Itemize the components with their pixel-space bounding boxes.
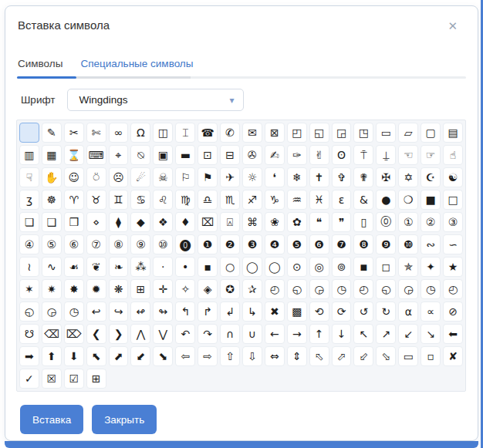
symbol-cell[interactable]: ⌘	[242, 212, 262, 232]
symbol-cell[interactable]: ▱	[398, 123, 418, 143]
symbol-cell[interactable]: ❿	[398, 234, 418, 254]
symbol-cell[interactable]: ↑	[309, 324, 329, 344]
symbol-cell[interactable]: ◷	[64, 301, 84, 322]
symbol-cell[interactable]: →	[287, 324, 307, 344]
symbol-cell[interactable]: ⬃	[353, 346, 373, 366]
symbol-cell[interactable]: ♉	[86, 190, 106, 210]
symbol-cell[interactable]: ↲	[220, 301, 240, 322]
symbol-cell[interactable]: ◻	[376, 257, 396, 277]
symbol-cell[interactable]: ①	[398, 212, 418, 232]
symbol-cell[interactable]: ☺	[64, 167, 84, 187]
symbol-cell[interactable]: ⇨	[198, 346, 218, 366]
symbol-cell[interactable]: ◴	[353, 279, 373, 299]
symbol-cell[interactable]: ◾	[353, 257, 373, 277]
symbol-cell[interactable]: ↗	[376, 324, 396, 344]
symbol-cell[interactable]: ʒ	[19, 190, 39, 210]
symbol-cell[interactable]: ♑	[265, 190, 285, 210]
symbol-cell[interactable]: ✷	[42, 279, 62, 299]
symbol-cell[interactable]: ↙	[398, 324, 418, 344]
symbol-cell[interactable]: ⬉	[86, 346, 106, 366]
symbol-cell[interactable]: ◲	[332, 123, 352, 143]
symbol-cell[interactable]: ▦	[42, 145, 62, 165]
symbol-cell[interactable]: ↫	[130, 301, 150, 322]
font-select[interactable]: Wingdings ▾	[67, 89, 244, 111]
symbol-cell[interactable]: ❾	[376, 234, 396, 254]
symbol-cell[interactable]: ✡	[398, 167, 418, 187]
symbol-cell[interactable]: ⇕	[287, 346, 307, 366]
symbol-cell[interactable]: ↖	[353, 324, 373, 344]
symbol-cell[interactable]: ◴	[443, 279, 463, 299]
symbol-cell[interactable]: ☸	[42, 190, 62, 210]
symbol-cell[interactable]: ∽	[443, 234, 463, 254]
symbol-cell[interactable]: ⌦	[64, 324, 84, 344]
close-icon[interactable]: ✕	[444, 19, 461, 33]
symbol-cell[interactable]: ɛ	[332, 190, 352, 210]
symbol-cell[interactable]: ⬊	[153, 346, 173, 366]
symbol-cell[interactable]: ❯	[109, 324, 129, 344]
symbol-cell[interactable]: ♏	[220, 190, 240, 210]
symbol-cell[interactable]: ✛	[153, 279, 173, 299]
symbol-cell[interactable]: ⬆	[42, 346, 62, 366]
symbol-cell[interactable]: ◵	[376, 279, 396, 299]
symbol-cell[interactable]: ⬋	[130, 346, 150, 366]
symbol-cell[interactable]: ❮	[86, 324, 106, 344]
symbol-cell[interactable]: ☝	[443, 145, 463, 165]
symbol-cell[interactable]: ◯	[242, 257, 262, 277]
symbol-cell[interactable]: ⌧	[198, 212, 218, 232]
symbol-cell[interactable]: ❒	[64, 212, 84, 232]
symbol-cell[interactable]: ♒	[287, 190, 307, 210]
symbol-cell[interactable]: ✇	[242, 145, 262, 165]
symbol-cell[interactable]: ☙	[64, 257, 84, 277]
symbol-cell[interactable]: ⊘	[443, 301, 463, 322]
symbol-cell[interactable]: ⑦	[86, 234, 106, 254]
symbol-cell[interactable]: ⍥	[86, 167, 106, 187]
symbol-cell[interactable]: ★	[443, 257, 463, 277]
symbol-cell[interactable]: ♊	[109, 190, 129, 210]
symbol-cell[interactable]: ⑨	[130, 234, 150, 254]
symbol-cell[interactable]: ↘	[421, 324, 441, 344]
symbol-cell[interactable]: ʘ	[332, 145, 352, 165]
symbol-cell[interactable]: ←	[265, 324, 285, 344]
symbol-cell[interactable]: ❽	[353, 234, 373, 254]
tab-symbols[interactable]: Символы	[18, 58, 62, 69]
symbol-cell[interactable]: ☪	[421, 167, 441, 187]
symbol-cell[interactable]: ❦	[86, 257, 106, 277]
symbol-cell[interactable]: ❛	[265, 167, 285, 187]
symbol-cell[interactable]: ▣	[153, 145, 173, 165]
symbol-cell[interactable]: ⬅	[443, 324, 463, 344]
symbol-cell[interactable]: ⍉	[130, 145, 150, 165]
symbol-cell[interactable]: ◴	[265, 279, 285, 299]
symbol-cell[interactable]: ✈	[220, 167, 240, 187]
symbol-cell[interactable]: ◶	[398, 279, 418, 299]
symbol-cell[interactable]: ✂	[64, 123, 84, 143]
symbol-cell[interactable]: ◷	[421, 279, 441, 299]
symbol-cell[interactable]: •	[175, 257, 195, 277]
symbol-cell[interactable]: ⋁	[153, 324, 173, 344]
symbol-cell[interactable]: ⊚	[332, 257, 352, 277]
symbol-cell[interactable]: ☒	[42, 369, 62, 389]
symbol-cell[interactable]: ↷	[198, 324, 218, 344]
symbol-cell[interactable]: ⍑	[353, 145, 373, 165]
symbol-cell-selected[interactable]	[19, 123, 39, 143]
symbol-cell[interactable]: ❍	[398, 190, 418, 210]
symbol-cell[interactable]: ⋀	[130, 324, 150, 344]
symbol-cell[interactable]: ↶	[175, 324, 195, 344]
close-button[interactable]: Закрыть	[92, 405, 157, 434]
symbol-cell[interactable]: ▤	[443, 123, 463, 143]
symbol-cell[interactable]: ✉	[242, 123, 262, 143]
symbol-cell[interactable]: ☹	[109, 167, 129, 187]
symbol-cell[interactable]: ↓	[332, 324, 352, 344]
symbol-cell[interactable]: ✎	[42, 123, 62, 143]
symbol-cell[interactable]: ●	[376, 190, 396, 210]
symbol-cell[interactable]: ⊙	[287, 257, 307, 277]
symbol-cell[interactable]: Ω	[130, 123, 150, 143]
symbol-cell[interactable]: ▭	[376, 123, 396, 143]
symbol-cell[interactable]: ⬈	[109, 346, 129, 366]
symbol-cell[interactable]: ❺	[287, 234, 307, 254]
symbol-cell[interactable]: ✠	[376, 167, 396, 187]
symbol-cell[interactable]: ✟	[353, 167, 373, 187]
symbol-cell[interactable]: ◯	[265, 257, 285, 277]
symbol-cell[interactable]: ♍	[175, 190, 195, 210]
symbol-cell[interactable]: ⍊	[376, 145, 396, 165]
symbol-cell[interactable]: ②	[421, 212, 441, 232]
